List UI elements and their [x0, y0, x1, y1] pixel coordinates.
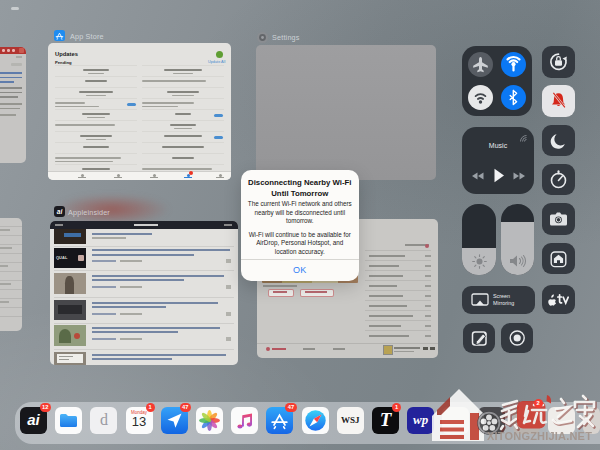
svg-text:XITONGZHIJIA.NET: XITONGZHIJIA.NET: [487, 430, 592, 442]
